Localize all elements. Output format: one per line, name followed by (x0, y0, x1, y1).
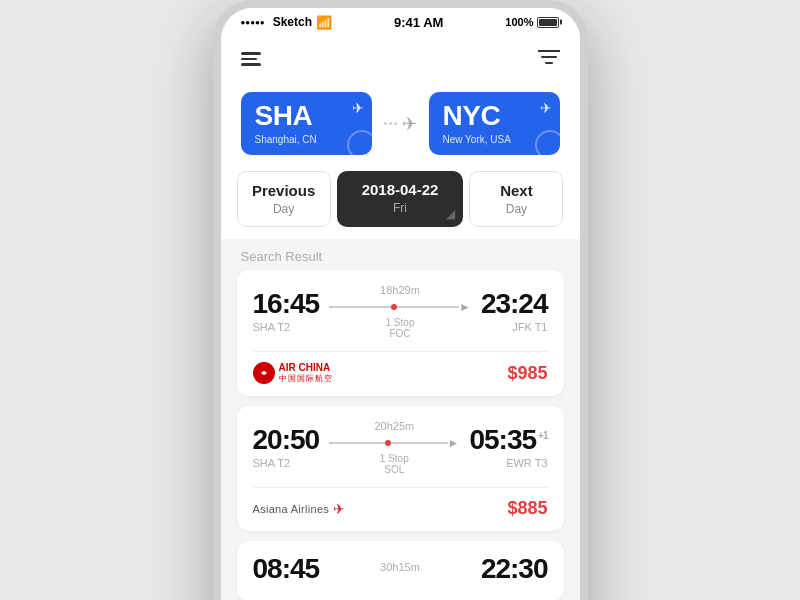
flight-times-1: 16:45 SHA T2 18h29m ► 1 Stop FOC (253, 284, 548, 339)
arrival-city: New York, USA (443, 134, 546, 145)
departure-time-2: 20:50 (253, 426, 320, 454)
battery-label: 100% (505, 16, 533, 28)
departure-time-block-1: 16:45 SHA T2 (253, 290, 320, 333)
arrival-terminal-1: JFK T1 (481, 321, 548, 333)
flight-price-1: $985 (507, 363, 547, 384)
next-day-sub: Day (478, 202, 554, 216)
prev-day-main: Previous (246, 182, 322, 200)
departure-plane-icon: ✈ (352, 100, 364, 116)
arrival-code: NYC (443, 102, 546, 130)
battery-icon (537, 17, 559, 28)
flight-times-2: 20:50 SHA T2 20h25m ► 1 Stop SOL (253, 420, 548, 475)
flight-line-2: ► (329, 436, 459, 450)
status-battery: 100% (505, 16, 559, 28)
arrival-time-block-2: 05:35+1 EWR T3 (469, 426, 547, 469)
partial-dep-block: 08:45 (253, 555, 320, 583)
date-nav: Previous Day 2018-04-22 Fri ◢ Next Day (221, 171, 580, 239)
next-day-main: Next (478, 182, 554, 200)
prev-day-button[interactable]: Previous Day (237, 171, 331, 227)
arrow-end-2: ► (448, 436, 460, 450)
top-bar (221, 36, 580, 80)
flight-footer-1: AIR CHINA 中国国际航空 $985 (253, 351, 548, 384)
arrow-end-1: ► (459, 300, 471, 314)
flight-footer-2: Asiana Airlines ✈ $885 (253, 487, 548, 519)
calendar-tick-icon: ◢ (446, 207, 455, 221)
partial-duration: 30h15m (329, 561, 471, 573)
partial-flight-card[interactable]: 08:45 30h15m 22:30 (237, 541, 564, 600)
departure-city: Shanghai, CN (255, 134, 358, 145)
flight-card-1[interactable]: 16:45 SHA T2 18h29m ► 1 Stop FOC (237, 270, 564, 396)
prev-day-sub: Day (246, 202, 322, 216)
departure-terminal-2: SHA T2 (253, 457, 320, 469)
route-section: ✈ SHA Shanghai, CN ✈ ✈ NYC New York, USA (221, 80, 580, 171)
partial-flight-times: 08:45 30h15m 22:30 (253, 555, 548, 583)
asiana-logo: Asiana Airlines ✈ (253, 501, 346, 517)
flight-stops-1: 1 Stop FOC (329, 317, 471, 339)
carrier-label: Sketch (273, 15, 312, 29)
arrival-time-1: 23:24 (481, 290, 548, 318)
current-day: Fri (347, 201, 454, 215)
flight-card-2[interactable]: 20:50 SHA T2 20h25m ► 1 Stop SOL (237, 406, 564, 531)
departure-card[interactable]: ✈ SHA Shanghai, CN (241, 92, 372, 155)
air-china-text: AIR CHINA 中国国际航空 (279, 363, 333, 384)
asiana-plane-icon: ✈ (333, 501, 345, 517)
flight-price-2: $885 (507, 498, 547, 519)
current-date-button[interactable]: 2018-04-22 Fri ◢ (337, 171, 464, 227)
flight-middle-2: 20h25m ► 1 Stop SOL (319, 420, 469, 475)
flight-duration-1: 18h29m (329, 284, 471, 296)
air-china-emblem (253, 362, 275, 384)
arrival-plane-icon: ✈ (540, 100, 552, 116)
signal-dot: ●●●●● (241, 18, 265, 27)
arrival-card[interactable]: ✈ NYC New York, USA (429, 92, 560, 155)
arrival-time-2: 05:35+1 (469, 426, 547, 454)
next-day-button[interactable]: Next Day (469, 171, 563, 227)
arrival-time-block-1: 23:24 JFK T1 (481, 290, 548, 333)
phone-frame: ●●●●● Sketch 📶 9:41 AM 100% (213, 0, 588, 600)
departure-code: SHA (255, 102, 358, 130)
wifi-icon: 📶 (316, 15, 332, 30)
flight-duration-2: 20h25m (329, 420, 459, 432)
status-time: 9:41 AM (394, 15, 443, 30)
filter-button[interactable] (538, 48, 560, 70)
arrival-terminal-2: EWR T3 (469, 457, 547, 469)
partial-middle: 30h15m (319, 561, 481, 577)
menu-button[interactable] (241, 52, 261, 66)
plus-one-badge: +1 (538, 430, 547, 441)
departure-time-1: 16:45 (253, 290, 320, 318)
departure-time-block-2: 20:50 SHA T2 (253, 426, 320, 469)
partial-dep-time: 08:45 (253, 555, 320, 583)
partial-arr-block: 22:30 (481, 555, 548, 583)
partial-arr-time: 22:30 (481, 555, 548, 583)
flight-middle-1: 18h29m ► 1 Stop FOC (319, 284, 481, 339)
flight-line-1: ► (329, 300, 471, 314)
flight-stops-2: 1 Stop SOL (329, 453, 459, 475)
status-signal: ●●●●● Sketch 📶 (241, 15, 333, 30)
air-china-logo: AIR CHINA 中国国际航空 (253, 362, 333, 384)
asiana-text: Asiana Airlines (253, 503, 330, 515)
search-result-label: Search Result (221, 239, 580, 270)
app-content: ✈ SHA Shanghai, CN ✈ ✈ NYC New York, USA (221, 36, 580, 600)
current-date: 2018-04-22 (347, 181, 454, 199)
route-arrow: ✈ (384, 113, 417, 135)
status-bar: ●●●●● Sketch 📶 9:41 AM 100% (221, 8, 580, 36)
departure-terminal-1: SHA T2 (253, 321, 320, 333)
